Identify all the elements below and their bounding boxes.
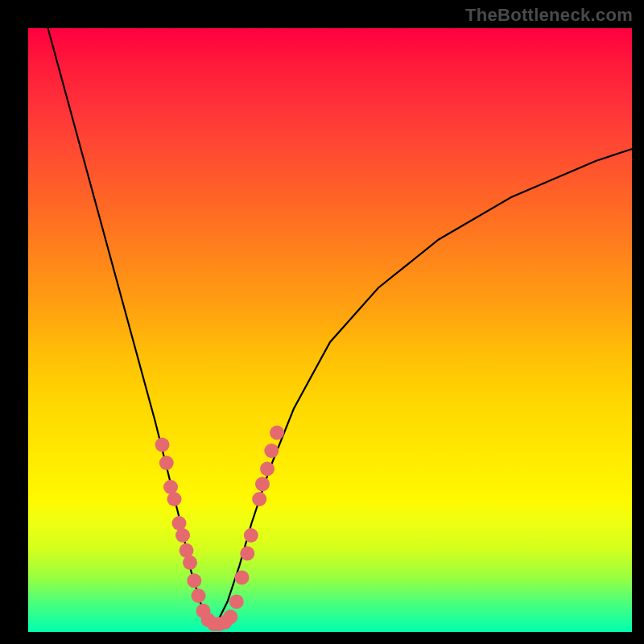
data-point: [167, 492, 182, 506]
bottleneck-curve: [47, 28, 633, 626]
watermark-text: TheBottleneck.com: [465, 5, 633, 26]
plot-area: [28, 28, 632, 632]
data-point: [223, 609, 237, 624]
data-point: [244, 528, 258, 543]
chart-frame: TheBottleneck.com: [0, 0, 644, 644]
data-point: [252, 492, 266, 506]
curve-markers: [155, 426, 285, 632]
data-point: [260, 462, 275, 477]
data-point: [155, 438, 170, 452]
data-point: [187, 573, 201, 588]
bottleneck-curve-svg: [28, 28, 632, 632]
data-point: [192, 588, 206, 603]
data-point: [235, 571, 250, 585]
data-point: [159, 456, 174, 470]
data-point: [183, 555, 197, 570]
data-point: [255, 477, 270, 491]
data-point: [270, 426, 284, 440]
data-point: [240, 547, 254, 561]
data-point: [264, 444, 279, 458]
data-point: [175, 528, 190, 543]
data-point: [229, 595, 244, 609]
